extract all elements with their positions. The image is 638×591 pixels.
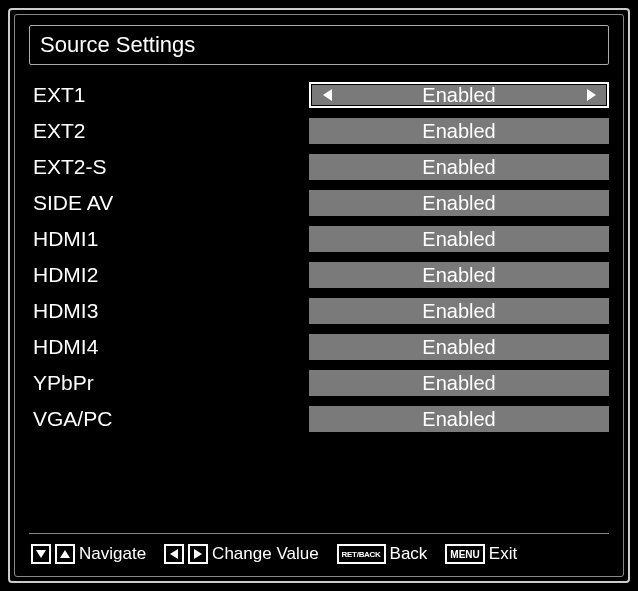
down-key-icon [31,544,51,564]
source-value-selector[interactable]: Enabled [309,370,609,396]
source-value-selector[interactable]: Enabled [309,154,609,180]
source-label: HDMI2 [29,263,309,287]
source-row[interactable]: HDMI4Enabled [29,331,609,363]
right-key-icon [188,544,208,564]
outer-frame: Source Settings EXT1EnabledEXT2EnabledEX… [8,8,630,583]
source-label: HDMI4 [29,335,309,359]
page-title: Source Settings [29,25,609,65]
source-label: VGA/PC [29,407,309,431]
source-value: Enabled [422,192,495,215]
footer-change-value: Change Value [164,544,319,564]
source-label: EXT2 [29,119,309,143]
source-row[interactable]: HDMI1Enabled [29,223,609,255]
footer-exit: MENU Exit [445,544,517,564]
source-value-selector[interactable]: Enabled [309,226,609,252]
source-value-selector[interactable]: Enabled [309,82,609,108]
source-value-selector[interactable]: Enabled [309,118,609,144]
source-row[interactable]: SIDE AVEnabled [29,187,609,219]
source-value-selector[interactable]: Enabled [309,190,609,216]
up-key-icon [55,544,75,564]
source-row[interactable]: EXT2-SEnabled [29,151,609,183]
source-value: Enabled [422,408,495,431]
source-row[interactable]: EXT2Enabled [29,115,609,147]
ret-back-key-icon: RET/BACK [337,544,386,564]
source-label: EXT2-S [29,155,309,179]
footer: Navigate Change Value RET/BACK Back MENU… [29,534,609,566]
exit-label: Exit [489,544,517,564]
source-label: HDMI3 [29,299,309,323]
inner-frame: Source Settings EXT1EnabledEXT2EnabledEX… [14,14,624,577]
source-value-selector[interactable]: Enabled [309,298,609,324]
source-value-selector[interactable]: Enabled [309,262,609,288]
source-label: YPbPr [29,371,309,395]
source-row[interactable]: HDMI2Enabled [29,259,609,291]
footer-back: RET/BACK Back [337,544,428,564]
source-row[interactable]: YPbPrEnabled [29,367,609,399]
change-value-label: Change Value [212,544,319,564]
source-value: Enabled [422,84,495,107]
source-value: Enabled [422,156,495,179]
source-value: Enabled [422,300,495,323]
source-value: Enabled [422,372,495,395]
settings-list: EXT1EnabledEXT2EnabledEXT2-SEnabledSIDE … [29,79,609,527]
back-label: Back [390,544,428,564]
source-value-selector[interactable]: Enabled [309,334,609,360]
source-label: SIDE AV [29,191,309,215]
source-value: Enabled [422,120,495,143]
menu-key-icon: MENU [445,544,484,564]
footer-navigate: Navigate [31,544,146,564]
source-value: Enabled [422,228,495,251]
source-value: Enabled [422,264,495,287]
left-key-icon [164,544,184,564]
source-label: EXT1 [29,83,309,107]
source-row[interactable]: EXT1Enabled [29,79,609,111]
chevron-right-icon[interactable] [579,84,603,106]
source-row[interactable]: HDMI3Enabled [29,295,609,327]
navigate-label: Navigate [79,544,146,564]
source-row[interactable]: VGA/PCEnabled [29,403,609,435]
source-value-selector[interactable]: Enabled [309,406,609,432]
source-label: HDMI1 [29,227,309,251]
chevron-left-icon[interactable] [315,84,339,106]
source-value: Enabled [422,336,495,359]
